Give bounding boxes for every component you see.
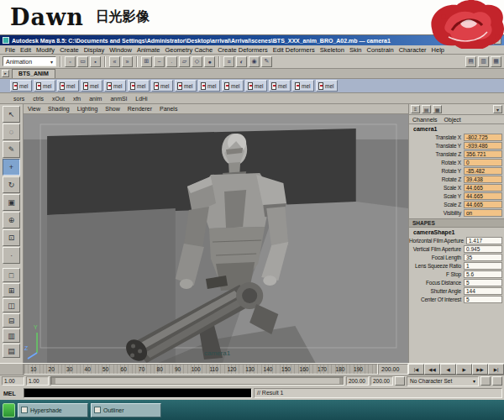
menu-set-selector[interactable]: Animation xyxy=(3,56,56,66)
layer-editor-display-icon[interactable]: ▤ xyxy=(422,105,431,113)
render-current-frame-icon[interactable]: ◐ xyxy=(236,56,247,67)
menu-item[interactable]: Modify xyxy=(34,46,57,54)
shelf-mel-button[interactable]: mel xyxy=(57,80,79,92)
channel-value-field[interactable]: 1.417 xyxy=(466,237,502,244)
shelf-mel-button[interactable]: mel xyxy=(104,80,126,92)
menu-item[interactable]: Display xyxy=(81,46,108,54)
construction-history-icon[interactable]: ≡ xyxy=(223,56,234,67)
new-scene-icon[interactable]: ▫ xyxy=(65,56,76,67)
show-manipulator-icon[interactable]: ⊡ xyxy=(3,229,20,246)
panel-menu-item[interactable]: Renderer xyxy=(128,106,152,112)
channel-label[interactable]: Rotate X xyxy=(409,160,464,165)
menu-item[interactable]: Character xyxy=(396,46,429,54)
undo-icon[interactable]: « xyxy=(109,56,120,67)
channel-label[interactable]: Scale Y xyxy=(409,193,464,199)
two-pane-side-layout-icon[interactable]: ◫ xyxy=(3,298,20,312)
shelf-script-button[interactable]: ctrls xyxy=(33,96,44,102)
shelf-mel-button[interactable]: mel xyxy=(34,80,55,92)
step-forward-button[interactable]: ▶▶ xyxy=(472,364,488,375)
panel-options-icon[interactable]: ▾ xyxy=(493,105,502,113)
channel-value-field[interactable]: 5 xyxy=(464,279,502,286)
channel-label[interactable]: Scale X xyxy=(409,185,464,191)
persp-outliner-layout-icon[interactable]: ▥ xyxy=(3,328,20,343)
shelf-mel-button[interactable]: mel xyxy=(81,80,102,92)
channel-label[interactable]: F Stop xyxy=(409,271,464,277)
minimize-button[interactable]: _ xyxy=(475,37,483,45)
panel-menu-item[interactable]: Lighting xyxy=(77,106,98,112)
menu-item[interactable]: File xyxy=(3,46,18,54)
go-to-end-button[interactable]: ▶| xyxy=(488,364,504,375)
render-settings-icon[interactable]: ✎ xyxy=(261,56,272,67)
auto-keyframe-button[interactable] xyxy=(395,376,405,386)
playback-end-field[interactable]: 200.00 xyxy=(346,376,369,386)
viewport-canvas[interactable]: camera1 Y Z xyxy=(24,114,408,363)
menu-item[interactable]: Skeleton xyxy=(318,46,347,54)
select-tool-icon[interactable]: ↖ xyxy=(3,106,20,123)
command-input[interactable] xyxy=(24,388,252,398)
channel-value-field[interactable]: 44.665 xyxy=(464,192,502,200)
menu-item[interactable]: Geometry Cache xyxy=(162,46,215,54)
channel-label[interactable]: Rotate Z xyxy=(409,176,464,182)
hypershade-persp-layout-icon[interactable]: ▤ xyxy=(3,344,20,358)
channel-value-field[interactable]: 5 xyxy=(464,296,502,303)
channel-box-menu[interactable]: Channels xyxy=(412,117,438,123)
shelf-script-button[interactable]: anim xyxy=(89,96,102,102)
menu-item[interactable]: Window xyxy=(107,46,134,54)
lasso-select-tool-icon[interactable]: ◌ xyxy=(3,123,20,140)
channel-value-field[interactable]: 1 xyxy=(464,262,502,270)
animation-start-field[interactable]: 1.00 xyxy=(2,376,24,386)
channel-value-field[interactable]: 356.721 xyxy=(464,150,502,158)
timeline-track[interactable]: 1020304050607080901001101201301401501601… xyxy=(24,364,378,375)
snap-to-grid-icon[interactable]: ⊞ xyxy=(141,56,152,67)
range-slider-handle[interactable] xyxy=(52,378,343,384)
paint-select-tool-icon[interactable]: ✎ xyxy=(3,141,20,158)
channel-value-field[interactable]: 44.665 xyxy=(464,184,502,192)
channel-label[interactable]: Visibility xyxy=(409,210,464,216)
channel-label[interactable]: Focal Length xyxy=(409,255,464,260)
menu-item[interactable]: Edit Deformers xyxy=(270,46,318,54)
universal-manipulator-icon[interactable]: ⊕ xyxy=(3,212,20,228)
range-slider[interactable] xyxy=(50,376,344,386)
channel-label[interactable]: Translate Y xyxy=(409,143,464,149)
shelf-script-button[interactable]: xfn xyxy=(73,96,81,102)
shelf-script-button[interactable]: xOut xyxy=(52,96,65,102)
menu-item[interactable]: Animate xyxy=(134,46,163,54)
snap-to-view-plane-icon[interactable]: ▱ xyxy=(179,56,190,67)
shelf-mel-button[interactable]: mel xyxy=(198,80,220,92)
shelf-mel-button[interactable]: mel xyxy=(316,80,338,92)
object-name[interactable]: camera1 xyxy=(409,124,504,133)
channel-label[interactable]: Rotate Y xyxy=(409,168,464,174)
maximize-button[interactable]: □ xyxy=(484,37,492,45)
shelf-mel-button[interactable]: mel xyxy=(245,80,267,92)
animation-end-field[interactable]: 200.00 xyxy=(370,376,393,386)
save-scene-icon[interactable]: ▪ xyxy=(90,56,101,67)
playback-start-field[interactable]: 1.00 xyxy=(26,376,49,386)
four-pane-layout-icon[interactable]: ⊞ xyxy=(3,283,20,297)
shelf-menu-icon[interactable] xyxy=(2,70,9,77)
channel-label[interactable]: Scale Z xyxy=(409,202,464,207)
shelf-script-button[interactable]: LdHi xyxy=(135,96,147,102)
scale-tool-icon[interactable]: ▣ xyxy=(3,194,20,211)
make-live-icon[interactable]: ● xyxy=(204,56,215,67)
channel-value-field[interactable]: 5.6 xyxy=(464,270,502,278)
channel-value-field[interactable]: -85.482 xyxy=(464,167,502,175)
channel-value-field[interactable]: on xyxy=(464,209,502,217)
channel-value-field[interactable]: 0.945 xyxy=(464,245,502,253)
show-tool-settings-icon[interactable]: ▥ xyxy=(478,56,489,67)
ipr-render-icon[interactable]: ◉ xyxy=(249,56,260,67)
redo-icon[interactable]: » xyxy=(122,56,133,67)
keyframe-options-button[interactable] xyxy=(492,376,502,386)
show-channel-box-icon[interactable]: ▦ xyxy=(491,56,501,67)
shelf-mel-button[interactable]: mel xyxy=(292,80,314,92)
channel-value-field[interactable]: 0 xyxy=(464,159,502,166)
channel-label[interactable]: Horizontal Film Aperture xyxy=(409,238,466,244)
panel-menu-item[interactable]: Show xyxy=(105,106,120,112)
taskbar-window-button[interactable]: Hypershade xyxy=(18,403,88,417)
menu-item[interactable]: Edit xyxy=(18,46,34,54)
shelf-mel-button[interactable]: mel xyxy=(175,80,197,92)
menu-item[interactable]: Skin xyxy=(347,46,365,54)
channel-label[interactable]: Center Of Interest xyxy=(409,297,464,302)
taskbar-start-button[interactable] xyxy=(3,403,15,417)
shelf-tab-bts-anim[interactable]: BTS_ANIM xyxy=(12,69,55,78)
title-bar[interactable]: Autodesk Maya 8.5: C:\Documents and Sett… xyxy=(0,35,504,45)
